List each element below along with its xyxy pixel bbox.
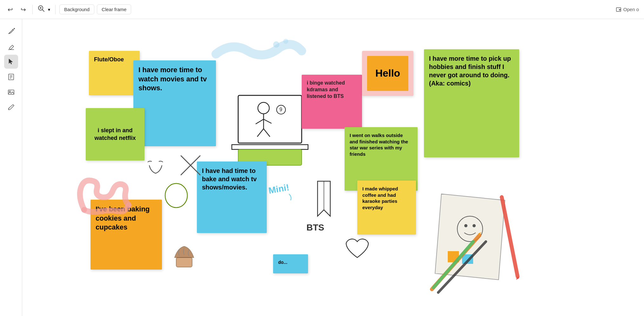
sticky-hello[interactable]: Hello [367, 56, 408, 91]
notes-icon [7, 73, 15, 81]
sticky-hobbies-text: I have more time to pick up hobbies and … [429, 55, 511, 87]
svg-line-42 [502, 197, 518, 277]
canvas: Flute/Oboe I have more time to watch mov… [22, 19, 644, 316]
sticky-slept-netflix-text: i slept in and watched netflix [91, 127, 139, 142]
sticky-binge-kdrama[interactable]: i binge watched kdramas and listened to … [302, 75, 362, 129]
cupcake-sketch [165, 238, 203, 270]
sticky-baking-cookies[interactable]: I've been baking cookies and cupcakes [91, 200, 162, 270]
svg-line-21 [257, 129, 264, 137]
sticky-more-time-movies-text: I have more time to watch movies and tv … [138, 66, 207, 92]
eraser-icon [7, 43, 15, 50]
pen-icon [7, 27, 15, 35]
sticky-more-time-movies[interactable]: I have more time to watch movies and tv … [133, 60, 216, 146]
svg-point-28 [165, 183, 187, 208]
svg-point-15 [283, 39, 288, 44]
wavy-shape [206, 38, 308, 64]
svg-point-6 [14, 28, 15, 29]
redo-button[interactable]: ↪ [18, 4, 29, 15]
zoom-icon [38, 5, 45, 12]
svg-rect-36 [448, 251, 459, 262]
svg-line-22 [264, 129, 270, 137]
image-icon [7, 88, 15, 96]
open-button[interactable]: Open o [616, 6, 639, 13]
svg-line-38 [432, 235, 480, 289]
sticky-binge-kdrama-text: i binge watched kdramas and listened to … [307, 80, 345, 99]
svg-marker-43 [516, 277, 519, 280]
svg-marker-41 [478, 232, 481, 235]
open-icon [616, 6, 622, 13]
svg-point-23 [277, 105, 285, 114]
mini-text-sketch: Mini! [267, 175, 305, 200]
sidebar-item-notes[interactable] [4, 70, 18, 84]
sidebar-item-select[interactable] [4, 55, 18, 69]
book-sketch [308, 175, 340, 223]
clear-frame-button[interactable]: Clear frame [97, 4, 131, 14]
svg-point-14 [273, 41, 279, 48]
svg-line-39 [433, 242, 473, 288]
svg-point-33 [457, 216, 483, 242]
sticky-flute-oboe[interactable]: Flute/Oboe [89, 51, 140, 95]
svg-rect-37 [462, 254, 473, 264]
toolbar-divider [32, 5, 33, 14]
svg-rect-16 [238, 95, 302, 143]
svg-line-20 [264, 119, 272, 123]
sidebar-item-pen[interactable] [4, 24, 18, 38]
zoom-dropdown-button[interactable]: ▾ [47, 6, 51, 13]
svg-point-17 [258, 102, 269, 114]
zoom-control: ▾ [37, 4, 51, 15]
select-icon [7, 58, 15, 65]
sticky-flute-oboe-text: Flute/Oboe [94, 56, 124, 63]
heart-sketch [343, 235, 372, 261]
zoom-button[interactable] [37, 4, 46, 15]
svg-text:9: 9 [279, 107, 282, 112]
sticky-whipped-coffee-text: I made whipped coffee and had karaoke pa… [362, 186, 398, 210]
sticky-whipped-coffee[interactable]: I made whipped coffee and had karaoke pa… [357, 181, 416, 235]
sticky-slept-netflix[interactable]: i slept in and watched netflix [86, 108, 144, 161]
open-label: Open o [623, 7, 639, 12]
sticky-walks-text: I went on walks outside and finished wat… [350, 133, 408, 157]
sidebar-item-brush[interactable] [4, 100, 18, 114]
background-button[interactable]: Background [59, 4, 94, 14]
bts-text-sketch: BTS [305, 213, 343, 238]
svg-line-40 [438, 242, 486, 292]
svg-line-1 [43, 10, 44, 12]
sticky-bottom-partial[interactable]: do... [273, 254, 308, 273]
sticky-hello-wrapper[interactable]: Hello [362, 51, 413, 96]
toolbar-divider-2 [55, 5, 56, 14]
toolbar: ↩ ↪ ▾ Background Clear frame Open o [0, 0, 644, 19]
sidebar [0, 19, 22, 316]
sticky-bake[interactable]: I have had time to bake and watch tv sho… [197, 161, 267, 233]
sticky-hello-text: Hello [375, 67, 400, 80]
svg-point-35 [473, 224, 476, 227]
sticky-bake-text: I have had time to bake and watch tv sho… [202, 167, 257, 191]
svg-text:BTS: BTS [306, 223, 324, 232]
smiley-sketch [140, 156, 178, 188]
art-supplies-sketch [416, 178, 527, 305]
svg-rect-44 [176, 258, 192, 267]
sidebar-item-eraser[interactable] [4, 39, 18, 53]
oval-sketch [162, 181, 191, 210]
svg-point-34 [464, 224, 467, 227]
sticky-hobbies[interactable]: I have more time to pick up hobbies and … [424, 49, 519, 157]
svg-line-19 [256, 119, 264, 124]
sticky-bottom-partial-text: do... [278, 260, 287, 265]
sticky-baking-cookies-text: I've been baking cookies and cupcakes [96, 205, 150, 231]
toolbar-right: Open o [616, 6, 639, 13]
undo-button[interactable]: ↩ [5, 4, 16, 15]
brush-icon [7, 104, 15, 111]
svg-text:Mini!: Mini! [268, 182, 290, 196]
sidebar-item-image[interactable] [4, 85, 18, 99]
